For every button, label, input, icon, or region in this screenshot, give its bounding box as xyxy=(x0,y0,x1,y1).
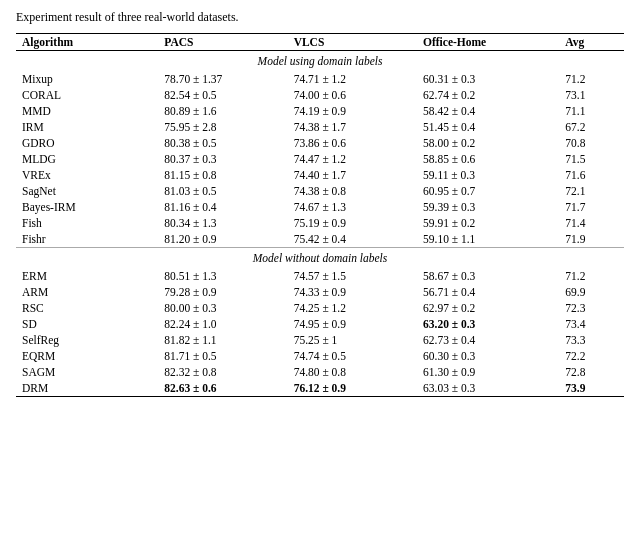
cell-avg: 67.2 xyxy=(559,119,624,135)
table-row: ERM 80.51 ± 1.3 74.57 ± 1.5 58.67 ± 0.3 … xyxy=(16,268,624,284)
table-row: SD 82.24 ± 1.0 74.95 ± 0.9 63.20 ± 0.3 7… xyxy=(16,316,624,332)
header-vlcs: VLCS xyxy=(288,34,417,51)
cell-pacs: 81.71 ± 0.5 xyxy=(158,348,287,364)
cell-pacs: 80.38 ± 0.5 xyxy=(158,135,287,151)
caption: Experiment result of three real-world da… xyxy=(16,10,624,25)
cell-pacs: 81.15 ± 0.8 xyxy=(158,167,287,183)
cell-algorithm: MLDG xyxy=(16,151,158,167)
cell-algorithm: ARM xyxy=(16,284,158,300)
cell-avg: 73.3 xyxy=(559,332,624,348)
cell-algorithm: IRM xyxy=(16,119,158,135)
cell-vlcs: 74.74 ± 0.5 xyxy=(288,348,417,364)
cell-algorithm: Bayes-IRM xyxy=(16,199,158,215)
cell-pacs: 82.63 ± 0.6 xyxy=(158,380,287,397)
cell-algorithm: SagNet xyxy=(16,183,158,199)
cell-officehome: 58.67 ± 0.3 xyxy=(417,268,559,284)
cell-algorithm: DRM xyxy=(16,380,158,397)
section1-label: Model using domain labels xyxy=(16,51,624,72)
cell-vlcs: 74.47 ± 1.2 xyxy=(288,151,417,167)
cell-algorithm: EQRM xyxy=(16,348,158,364)
cell-algorithm: RSC xyxy=(16,300,158,316)
cell-avg: 72.3 xyxy=(559,300,624,316)
cell-officehome: 62.97 ± 0.2 xyxy=(417,300,559,316)
cell-avg: 72.1 xyxy=(559,183,624,199)
cell-algorithm: SelfReg xyxy=(16,332,158,348)
table-row: SelfReg 81.82 ± 1.1 75.25 ± 1 62.73 ± 0.… xyxy=(16,332,624,348)
table-row: Fish 80.34 ± 1.3 75.19 ± 0.9 59.91 ± 0.2… xyxy=(16,215,624,231)
cell-officehome: 61.30 ± 0.9 xyxy=(417,364,559,380)
cell-vlcs: 76.12 ± 0.9 xyxy=(288,380,417,397)
cell-vlcs: 74.67 ± 1.3 xyxy=(288,199,417,215)
cell-officehome: 63.03 ± 0.3 xyxy=(417,380,559,397)
table-row: RSC 80.00 ± 0.3 74.25 ± 1.2 62.97 ± 0.2 … xyxy=(16,300,624,316)
cell-avg: 71.6 xyxy=(559,167,624,183)
cell-algorithm: Fishr xyxy=(16,231,158,248)
cell-pacs: 81.20 ± 0.9 xyxy=(158,231,287,248)
cell-avg: 73.4 xyxy=(559,316,624,332)
cell-officehome: 58.42 ± 0.4 xyxy=(417,103,559,119)
cell-pacs: 80.89 ± 1.6 xyxy=(158,103,287,119)
cell-pacs: 75.95 ± 2.8 xyxy=(158,119,287,135)
cell-officehome: 58.85 ± 0.6 xyxy=(417,151,559,167)
cell-avg: 73.1 xyxy=(559,87,624,103)
cell-pacs: 81.03 ± 0.5 xyxy=(158,183,287,199)
table-row: SagNet 81.03 ± 0.5 74.38 ± 0.8 60.95 ± 0… xyxy=(16,183,624,199)
cell-avg: 71.7 xyxy=(559,199,624,215)
cell-officehome: 58.00 ± 0.2 xyxy=(417,135,559,151)
header-avg: Avg xyxy=(559,34,624,51)
header-pacs: PACS xyxy=(158,34,287,51)
cell-vlcs: 74.40 ± 1.7 xyxy=(288,167,417,183)
cell-avg: 71.1 xyxy=(559,103,624,119)
header-algorithm: Algorithm xyxy=(16,34,158,51)
cell-officehome: 60.31 ± 0.3 xyxy=(417,71,559,87)
cell-vlcs: 75.25 ± 1 xyxy=(288,332,417,348)
cell-officehome: 59.91 ± 0.2 xyxy=(417,215,559,231)
table-row: SAGM 82.32 ± 0.8 74.80 ± 0.8 61.30 ± 0.9… xyxy=(16,364,624,380)
table-row: MMD 80.89 ± 1.6 74.19 ± 0.9 58.42 ± 0.4 … xyxy=(16,103,624,119)
cell-pacs: 82.24 ± 1.0 xyxy=(158,316,287,332)
cell-officehome: 56.71 ± 0.4 xyxy=(417,284,559,300)
cell-vlcs: 73.86 ± 0.6 xyxy=(288,135,417,151)
cell-vlcs: 74.25 ± 1.2 xyxy=(288,300,417,316)
cell-avg: 71.4 xyxy=(559,215,624,231)
table-row: EQRM 81.71 ± 0.5 74.74 ± 0.5 60.30 ± 0.3… xyxy=(16,348,624,364)
header-officehome: Office-Home xyxy=(417,34,559,51)
cell-algorithm: ERM xyxy=(16,268,158,284)
cell-algorithm: MMD xyxy=(16,103,158,119)
section2-label: Model without domain labels xyxy=(16,248,624,269)
cell-vlcs: 74.38 ± 0.8 xyxy=(288,183,417,199)
cell-officehome: 51.45 ± 0.4 xyxy=(417,119,559,135)
cell-algorithm: Mixup xyxy=(16,71,158,87)
cell-officehome: 62.74 ± 0.2 xyxy=(417,87,559,103)
cell-avg: 71.2 xyxy=(559,71,624,87)
cell-avg: 70.8 xyxy=(559,135,624,151)
table-row-last: DRM 82.63 ± 0.6 76.12 ± 0.9 63.03 ± 0.3 … xyxy=(16,380,624,397)
cell-officehome: 63.20 ± 0.3 xyxy=(417,316,559,332)
cell-pacs: 82.54 ± 0.5 xyxy=(158,87,287,103)
cell-vlcs: 74.57 ± 1.5 xyxy=(288,268,417,284)
cell-avg: 73.9 xyxy=(559,380,624,397)
table-row: MLDG 80.37 ± 0.3 74.47 ± 1.2 58.85 ± 0.6… xyxy=(16,151,624,167)
cell-avg: 71.5 xyxy=(559,151,624,167)
cell-avg: 72.8 xyxy=(559,364,624,380)
cell-vlcs: 74.33 ± 0.9 xyxy=(288,284,417,300)
table-row: Fishr 81.20 ± 0.9 75.42 ± 0.4 59.10 ± 1.… xyxy=(16,231,624,248)
cell-officehome: 59.39 ± 0.3 xyxy=(417,199,559,215)
cell-avg: 72.2 xyxy=(559,348,624,364)
cell-algorithm: SAGM xyxy=(16,364,158,380)
cell-pacs: 80.00 ± 0.3 xyxy=(158,300,287,316)
cell-algorithm: GDRO xyxy=(16,135,158,151)
cell-pacs: 80.37 ± 0.3 xyxy=(158,151,287,167)
cell-vlcs: 74.95 ± 0.9 xyxy=(288,316,417,332)
table-row: Mixup 78.70 ± 1.37 74.71 ± 1.2 60.31 ± 0… xyxy=(16,71,624,87)
cell-vlcs: 74.19 ± 0.9 xyxy=(288,103,417,119)
section1-header-row: Model using domain labels xyxy=(16,51,624,72)
table-row: CORAL 82.54 ± 0.5 74.00 ± 0.6 62.74 ± 0.… xyxy=(16,87,624,103)
cell-pacs: 80.34 ± 1.3 xyxy=(158,215,287,231)
cell-vlcs: 74.71 ± 1.2 xyxy=(288,71,417,87)
cell-algorithm: Fish xyxy=(16,215,158,231)
table-header-row: Algorithm PACS VLCS Office-Home Avg xyxy=(16,34,624,51)
cell-pacs: 81.16 ± 0.4 xyxy=(158,199,287,215)
cell-pacs: 80.51 ± 1.3 xyxy=(158,268,287,284)
cell-vlcs: 74.80 ± 0.8 xyxy=(288,364,417,380)
